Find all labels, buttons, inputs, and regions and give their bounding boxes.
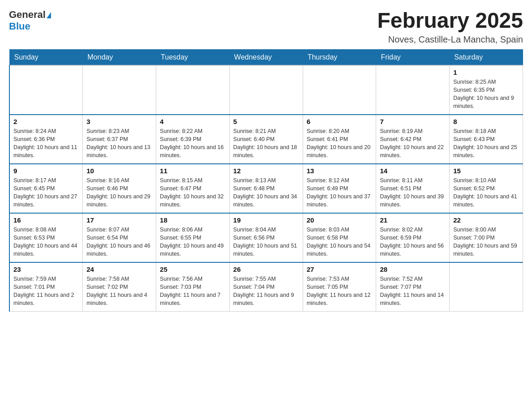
day-info: Sunrise: 8:24 AM Sunset: 6:36 PM Dayligh…: [13, 127, 79, 160]
calendar-subtitle: Noves, Castille-La Mancha, Spain: [377, 34, 523, 45]
calendar-cell: [303, 65, 376, 115]
calendar-week-1: 1Sunrise: 8:25 AM Sunset: 6:35 PM Daylig…: [9, 65, 523, 115]
calendar-cell: 20Sunrise: 8:03 AM Sunset: 6:58 PM Dayli…: [303, 213, 376, 262]
day-header-thursday: Thursday: [303, 49, 376, 65]
day-info: Sunrise: 8:21 AM Sunset: 6:40 PM Dayligh…: [233, 127, 299, 160]
days-of-week-row: SundayMondayTuesdayWednesdayThursdayFrid…: [9, 49, 523, 65]
logo: General Blue: [9, 9, 51, 33]
calendar-cell: 11Sunrise: 8:15 AM Sunset: 6:47 PM Dayli…: [156, 164, 230, 213]
day-number: 7: [380, 118, 446, 125]
day-number: 20: [307, 216, 373, 224]
day-number: 13: [307, 167, 373, 175]
title-area: February 2025 Noves, Castille-La Mancha,…: [377, 9, 523, 45]
day-number: 18: [160, 216, 226, 224]
calendar-cell: 19Sunrise: 8:04 AM Sunset: 6:56 PM Dayli…: [229, 213, 303, 262]
calendar-cell: 15Sunrise: 8:10 AM Sunset: 6:52 PM Dayli…: [450, 164, 523, 213]
day-number: 6: [307, 118, 373, 125]
calendar-cell: 12Sunrise: 8:13 AM Sunset: 6:48 PM Dayli…: [229, 164, 303, 213]
day-number: 4: [160, 118, 226, 125]
day-header-wednesday: Wednesday: [229, 49, 303, 65]
day-info: Sunrise: 8:15 AM Sunset: 6:47 PM Dayligh…: [160, 176, 226, 209]
calendar-table: SundayMondayTuesdayWednesdayThursdayFrid…: [9, 49, 523, 312]
day-number: 22: [453, 216, 519, 224]
calendar-cell: 2Sunrise: 8:24 AM Sunset: 6:36 PM Daylig…: [9, 115, 83, 164]
calendar-week-4: 16Sunrise: 8:08 AM Sunset: 6:53 PM Dayli…: [9, 213, 523, 262]
day-info: Sunrise: 8:23 AM Sunset: 6:37 PM Dayligh…: [86, 127, 152, 160]
day-number: 23: [13, 265, 79, 273]
calendar-cell: 8Sunrise: 8:18 AM Sunset: 6:43 PM Daylig…: [450, 115, 523, 164]
day-header-monday: Monday: [83, 49, 156, 65]
calendar-cell: 5Sunrise: 8:21 AM Sunset: 6:40 PM Daylig…: [229, 115, 303, 164]
day-number: 19: [233, 216, 299, 224]
calendar-cell: [9, 65, 83, 115]
calendar-cell: 17Sunrise: 8:07 AM Sunset: 6:54 PM Dayli…: [83, 213, 156, 262]
day-info: Sunrise: 8:12 AM Sunset: 6:49 PM Dayligh…: [307, 176, 373, 209]
calendar-cell: 26Sunrise: 7:55 AM Sunset: 7:04 PM Dayli…: [229, 262, 303, 312]
calendar-body: 1Sunrise: 8:25 AM Sunset: 6:35 PM Daylig…: [9, 65, 523, 312]
day-number: 11: [160, 167, 226, 175]
calendar-title: February 2025: [377, 9, 523, 33]
day-number: 15: [453, 167, 519, 175]
day-info: Sunrise: 7:52 AM Sunset: 7:07 PM Dayligh…: [380, 275, 446, 308]
day-header-friday: Friday: [376, 49, 450, 65]
day-header-saturday: Saturday: [450, 49, 523, 65]
day-info: Sunrise: 7:56 AM Sunset: 7:03 PM Dayligh…: [160, 275, 226, 308]
logo-top-line: General: [9, 9, 51, 21]
day-info: Sunrise: 7:55 AM Sunset: 7:04 PM Dayligh…: [233, 275, 299, 308]
calendar-cell: 27Sunrise: 7:53 AM Sunset: 7:05 PM Dayli…: [303, 262, 376, 312]
day-number: 27: [307, 265, 373, 273]
day-info: Sunrise: 8:04 AM Sunset: 6:56 PM Dayligh…: [233, 226, 299, 258]
calendar-cell: 1Sunrise: 8:25 AM Sunset: 6:35 PM Daylig…: [450, 65, 523, 115]
logo-triangle-icon: [47, 12, 51, 18]
page-header: General Blue February 2025 Noves, Castil…: [9, 9, 523, 45]
calendar-cell: 9Sunrise: 8:17 AM Sunset: 6:45 PM Daylig…: [9, 164, 83, 213]
day-header-tuesday: Tuesday: [156, 49, 230, 65]
day-info: Sunrise: 8:07 AM Sunset: 6:54 PM Dayligh…: [86, 226, 152, 258]
calendar-cell: 28Sunrise: 7:52 AM Sunset: 7:07 PM Dayli…: [376, 262, 450, 312]
calendar-cell: [229, 65, 303, 115]
day-number: 14: [380, 167, 446, 175]
calendar-cell: 18Sunrise: 8:06 AM Sunset: 6:55 PM Dayli…: [156, 213, 230, 262]
calendar-cell: 10Sunrise: 8:16 AM Sunset: 6:46 PM Dayli…: [83, 164, 156, 213]
day-number: 3: [86, 118, 152, 125]
day-info: Sunrise: 8:22 AM Sunset: 6:39 PM Dayligh…: [160, 127, 226, 160]
calendar-cell: 7Sunrise: 8:19 AM Sunset: 6:42 PM Daylig…: [376, 115, 450, 164]
day-number: 28: [380, 265, 446, 273]
day-number: 9: [13, 167, 79, 175]
day-info: Sunrise: 8:19 AM Sunset: 6:42 PM Dayligh…: [380, 127, 446, 160]
day-info: Sunrise: 8:17 AM Sunset: 6:45 PM Dayligh…: [13, 176, 79, 209]
day-number: 25: [160, 265, 226, 273]
calendar-cell: 13Sunrise: 8:12 AM Sunset: 6:49 PM Dayli…: [303, 164, 376, 213]
day-number: 10: [86, 167, 152, 175]
day-number: 12: [233, 167, 299, 175]
day-number: 26: [233, 265, 299, 273]
day-info: Sunrise: 7:53 AM Sunset: 7:05 PM Dayligh…: [307, 275, 373, 308]
day-header-sunday: Sunday: [9, 49, 83, 65]
calendar-header: SundayMondayTuesdayWednesdayThursdayFrid…: [9, 49, 523, 65]
calendar-cell: [450, 262, 523, 312]
calendar-cell: [156, 65, 230, 115]
day-number: 24: [86, 265, 152, 273]
day-number: 8: [453, 118, 519, 125]
day-info: Sunrise: 8:02 AM Sunset: 6:59 PM Dayligh…: [380, 226, 446, 258]
day-info: Sunrise: 8:20 AM Sunset: 6:41 PM Dayligh…: [307, 127, 373, 160]
calendar-cell: 22Sunrise: 8:00 AM Sunset: 7:00 PM Dayli…: [450, 213, 523, 262]
day-info: Sunrise: 8:08 AM Sunset: 6:53 PM Dayligh…: [13, 226, 79, 258]
calendar-cell: 21Sunrise: 8:02 AM Sunset: 6:59 PM Dayli…: [376, 213, 450, 262]
calendar-week-3: 9Sunrise: 8:17 AM Sunset: 6:45 PM Daylig…: [9, 164, 523, 213]
day-info: Sunrise: 7:59 AM Sunset: 7:01 PM Dayligh…: [13, 275, 79, 308]
day-info: Sunrise: 7:58 AM Sunset: 7:02 PM Dayligh…: [86, 275, 152, 308]
day-info: Sunrise: 8:25 AM Sunset: 6:35 PM Dayligh…: [453, 78, 519, 111]
day-info: Sunrise: 8:13 AM Sunset: 6:48 PM Dayligh…: [233, 176, 299, 209]
calendar-cell: 3Sunrise: 8:23 AM Sunset: 6:37 PM Daylig…: [83, 115, 156, 164]
calendar-cell: [376, 65, 450, 115]
calendar-cell: [83, 65, 156, 115]
day-info: Sunrise: 8:16 AM Sunset: 6:46 PM Dayligh…: [86, 176, 152, 209]
day-number: 1: [453, 68, 519, 76]
day-info: Sunrise: 8:00 AM Sunset: 7:00 PM Dayligh…: [453, 226, 519, 258]
day-info: Sunrise: 8:11 AM Sunset: 6:51 PM Dayligh…: [380, 176, 446, 209]
calendar-week-2: 2Sunrise: 8:24 AM Sunset: 6:36 PM Daylig…: [9, 115, 523, 164]
calendar-cell: 23Sunrise: 7:59 AM Sunset: 7:01 PM Dayli…: [9, 262, 83, 312]
calendar-cell: 4Sunrise: 8:22 AM Sunset: 6:39 PM Daylig…: [156, 115, 230, 164]
calendar-cell: 24Sunrise: 7:58 AM Sunset: 7:02 PM Dayli…: [83, 262, 156, 312]
